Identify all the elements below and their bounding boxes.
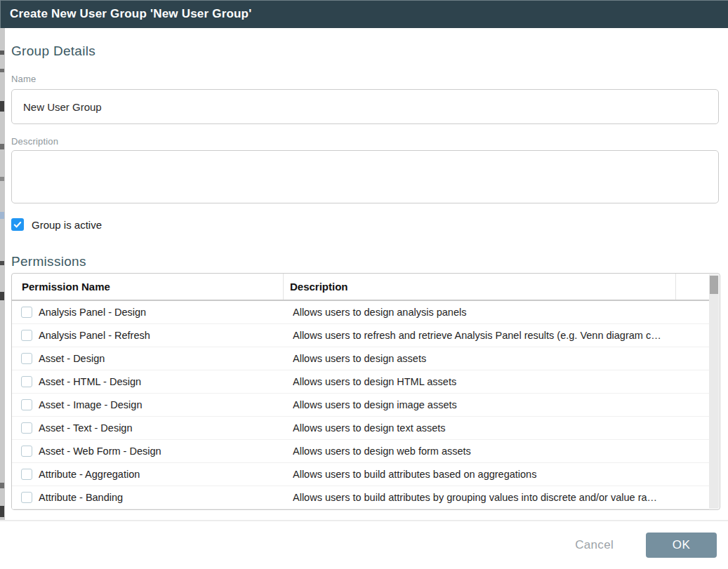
permission-row[interactable]: Analysis Panel - Refresh Allows users to… [12, 324, 709, 347]
permissions-table-body: Analysis Panel - Design Allows users to … [12, 301, 720, 509]
permission-checkbox[interactable] [21, 422, 32, 434]
permission-name: Asset - Image - Design [39, 399, 293, 410]
permission-checkbox[interactable] [21, 330, 32, 341]
permission-description: Allows users to design HTML assets [293, 376, 709, 387]
permission-name: Asset - Text - Design [39, 422, 293, 434]
permissions-table: Permission Name Description Analysis Pan… [11, 273, 720, 510]
permission-row[interactable]: Attribute - Aggregation Allows users to … [12, 463, 709, 486]
group-active-checkbox-row[interactable]: Group is active [11, 218, 102, 231]
permission-name: Attribute - Banding [39, 492, 293, 503]
permission-name: Asset - HTML - Design [39, 376, 293, 387]
column-header-permission-name[interactable]: Permission Name [12, 274, 284, 300]
description-label: Description [11, 136, 719, 147]
name-input[interactable] [11, 89, 719, 124]
permission-description: Allows users to design text assets [293, 422, 709, 434]
permissions-table-header: Permission Name Description [12, 274, 709, 301]
table-scrollbar-track[interactable] [709, 274, 719, 509]
create-user-group-dialog: Create New User Group 'New User Group' G… [0, 0, 728, 569]
dialog-title: Create New User Group 'New User Group' [10, 7, 251, 21]
dialog-titlebar: Create New User Group 'New User Group' [0, 0, 728, 28]
permission-description: Allows users to design image assets [293, 399, 709, 410]
permission-checkbox[interactable] [21, 492, 32, 503]
permission-description: Allows users to build attributes based o… [293, 469, 709, 480]
permission-row[interactable]: Attribute - Banding Allows users to buil… [12, 486, 709, 509]
permission-description: Allows users to build attributes by grou… [293, 492, 709, 503]
cancel-button[interactable]: Cancel [575, 538, 614, 552]
column-header-description[interactable]: Description [284, 274, 675, 300]
dialog-body: Group Details Name Description Group is … [5, 28, 728, 510]
permission-checkbox[interactable] [21, 399, 32, 410]
permission-description: Allows users to refresh and retrieve Ana… [293, 330, 709, 341]
permission-checkbox[interactable] [21, 446, 32, 457]
permission-row[interactable]: Asset - HTML - Design Allows users to de… [12, 370, 709, 394]
permission-name: Analysis Panel - Design [39, 307, 293, 318]
permission-row[interactable]: Analysis Panel - Design Allows users to … [12, 301, 709, 324]
name-label: Name [11, 74, 719, 84]
permission-row[interactable]: Asset - Web Form - Design Allows users t… [12, 440, 709, 463]
permissions-heading: Permissions [11, 254, 719, 269]
permission-checkbox[interactable] [21, 353, 32, 364]
permission-row[interactable]: Asset - Image - Design Allows users to d… [12, 394, 709, 417]
background-page-sliver [0, 28, 5, 521]
permission-checkbox[interactable] [21, 469, 32, 480]
checked-checkbox-icon[interactable] [11, 218, 24, 231]
group-details-heading: Group Details [11, 43, 719, 59]
permission-description: Allows users to design web form assets [293, 446, 709, 457]
permission-name: Analysis Panel - Refresh [39, 330, 293, 341]
permission-description: Allows users to design analysis panels [293, 307, 709, 318]
permission-name: Asset - Design [39, 353, 293, 364]
permission-name: Attribute - Aggregation [39, 469, 293, 480]
permission-checkbox[interactable] [21, 307, 32, 318]
permission-row[interactable]: Asset - Text - Design Allows users to de… [12, 417, 709, 440]
dialog-footer: Cancel OK [0, 521, 728, 569]
description-input[interactable] [11, 150, 719, 203]
permission-checkbox[interactable] [21, 376, 32, 387]
permission-name: Asset - Web Form - Design [39, 446, 293, 457]
permission-row[interactable]: Asset - Design Allows users to design as… [12, 347, 709, 370]
ok-button[interactable]: OK [646, 533, 717, 558]
column-header-spacer [675, 274, 709, 300]
permission-description: Allows users to design assets [293, 353, 709, 364]
table-scrollbar-thumb[interactable] [710, 276, 718, 294]
group-active-label: Group is active [32, 219, 102, 231]
